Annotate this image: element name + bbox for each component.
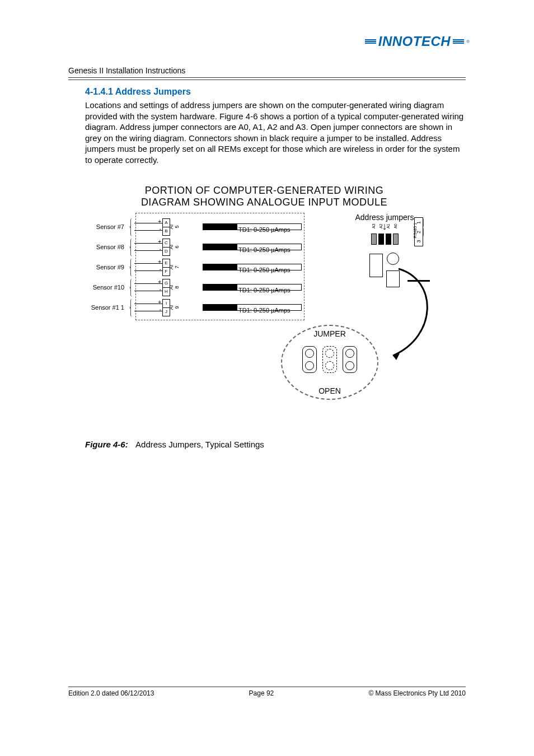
sensor-label: Sensor #10: [85, 284, 127, 291]
page-footer: Edition 2.0 dated 06/12/2013 Page 92 © M…: [68, 687, 466, 697]
wire-pair: +-: [134, 240, 162, 254]
registered-icon: ®: [466, 39, 470, 44]
jumper-a1: A1: [386, 234, 391, 245]
jumper-a3: A3: [371, 234, 377, 245]
pin-col-open-left: [302, 346, 317, 373]
sensor-row: Sensor #7⎰⎱+-ABAI 5: [85, 217, 178, 236]
header-rule-1: [68, 77, 466, 78]
ai-label: AI 9: [168, 304, 180, 311]
sensor-label: Sensor #7: [85, 223, 127, 230]
logo-bars-right-icon: [453, 39, 464, 44]
footer-edition: Edition 2.0 dated 06/12/2013: [68, 689, 154, 697]
ai-label: AI 6: [168, 243, 180, 251]
rt-2: 2: [414, 228, 424, 236]
sensor-label: Sensor #1 1: [85, 304, 127, 311]
sensor-label: Sensor #9: [85, 264, 127, 270]
block-1: [369, 254, 383, 277]
sensor-label: Sensor #8: [85, 244, 127, 250]
rt-3: 3: [414, 237, 423, 245]
page: INNOTECH ® Genesis II Installation Instr…: [0, 0, 534, 756]
sensor-row: Sensor #8⎰⎱+-CDAI 6: [85, 237, 178, 256]
brand-logo: INNOTECH ®: [365, 34, 470, 49]
header-rule-2: [68, 80, 466, 80]
jumper-detail: JUMPER OPEN: [281, 325, 378, 400]
wire-pair: +-: [134, 300, 162, 315]
brand-text: INNOTECH: [378, 34, 451, 49]
jumper-a2: A2: [378, 234, 384, 245]
jumper-label: JUMPER: [282, 329, 377, 338]
footer-copyright: © Mass Electronics Pty Ltd 2010: [368, 689, 466, 697]
wire-pair: +-: [134, 260, 162, 274]
jumper-a0: A0: [393, 234, 399, 245]
brace-icon: ⎰⎱: [127, 300, 134, 315]
figure-number: Figure 4-6:: [85, 440, 128, 449]
document-title: Genesis II Installation Instructions: [68, 66, 185, 75]
diagram-title-line1: PORTION OF COMPUTER-GENERATED WIRING: [85, 185, 443, 197]
section-heading: 4-1.4.1 Address Jumpers: [85, 87, 191, 97]
brace-icon: ⎰⎱: [127, 219, 134, 235]
callout-arrow-icon: [382, 263, 449, 364]
pin-col-jumpered: [322, 346, 337, 373]
td-bar: TD1: 0-250 µAmps: [203, 223, 302, 231]
footer-page: Page 92: [249, 689, 274, 697]
pin-col-open-right: [343, 346, 357, 373]
brace-icon: ⎰⎱: [127, 259, 134, 275]
wire-pair: +-: [134, 220, 162, 234]
body-paragraph: Locations and settings of address jumper…: [85, 100, 466, 165]
td-bar: TD1: 0-250 µAmps: [203, 263, 302, 271]
rt-1: 1: [414, 219, 424, 227]
brace-icon: ⎰⎱: [127, 279, 134, 295]
ai-label: AI 7: [168, 263, 180, 271]
td-bar: TD1: 0-250 µAmps: [203, 304, 302, 311]
wire-pair: +-: [134, 280, 162, 295]
sensor-row: Sensor #9⎰⎱+-EFAI 7: [85, 258, 178, 277]
figure-text: Address Jumpers, Typical Settings: [135, 440, 264, 449]
wiring-diagram: PORTION OF COMPUTER-GENERATED WIRING DIA…: [85, 185, 443, 442]
logo-bars-left-icon: [365, 39, 376, 44]
ai-label: AI 5: [168, 223, 180, 231]
diagram-title-line2: DIAGRAM SHOWING ANALOGUE INPUT MODULE: [85, 197, 443, 208]
td-bar: TD1: 0-250 µAmps: [203, 283, 302, 291]
brace-icon: ⎰⎱: [127, 239, 134, 255]
sensor-row: Sensor #10⎰⎱+-GHAI 8: [85, 278, 178, 297]
figure-caption: Figure 4-6: Address Jumpers, Typical Set…: [85, 440, 264, 449]
schematic: Sensor #7⎰⎱+-ABAI 5TD1: 0-250 µAmpsSenso…: [85, 213, 443, 325]
td-bar: TD1: 0-250 µAmps: [203, 243, 302, 251]
open-label: OPEN: [282, 386, 377, 395]
ai-label: AI 8: [168, 283, 180, 291]
sensor-row: Sensor #1 1⎰⎱+-IJAI 9: [85, 298, 178, 317]
